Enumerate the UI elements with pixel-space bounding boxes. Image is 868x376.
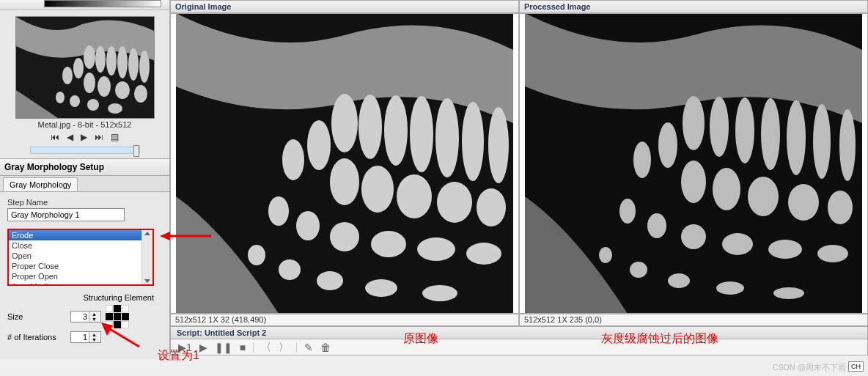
- svg-point-41: [365, 279, 397, 297]
- top-toolbar: [0, 0, 169, 10]
- svg-point-35: [371, 231, 406, 257]
- prev-button[interactable]: ◀: [67, 132, 73, 142]
- processed-image-header: Processed Image: [519, 0, 868, 13]
- svg-point-13: [56, 92, 65, 103]
- list-item-close[interactable]: Close: [9, 240, 152, 251]
- svg-point-51: [658, 122, 677, 168]
- size-spinner[interactable]: ▲▼: [70, 311, 101, 322]
- form-area: Step Name Erode Close Open Proper Close …: [0, 192, 169, 349]
- prev-step-button[interactable]: 〈: [261, 341, 271, 354]
- list-item-auto-median[interactable]: Auto Median: [9, 281, 152, 286]
- svg-point-52: [633, 141, 651, 178]
- svg-point-9: [84, 73, 95, 93]
- step-name-input[interactable]: [7, 208, 125, 221]
- svg-point-21: [410, 96, 433, 172]
- svg-point-23: [462, 102, 484, 181]
- svg-point-24: [488, 107, 509, 183]
- svg-point-36: [417, 237, 455, 261]
- svg-point-48: [787, 100, 806, 175]
- playback-controls: ⏮ ◀ ▶ ⏭ ▤: [15, 132, 155, 142]
- svg-point-19: [358, 95, 382, 159]
- lut-gradient[interactable]: [44, 0, 161, 7]
- thumbnail-caption: Metal.jpg - 8-bit - 512x512: [15, 120, 155, 129]
- first-button[interactable]: ⏮: [51, 132, 59, 142]
- iter-down[interactable]: ▼: [89, 337, 99, 342]
- svg-point-57: [828, 191, 853, 224]
- svg-point-7: [73, 58, 84, 78]
- svg-point-18: [331, 94, 358, 152]
- tab-row: Gray Morphology: [0, 176, 169, 192]
- svg-point-14: [70, 95, 80, 107]
- svg-point-11: [115, 81, 130, 99]
- svg-point-50: [839, 109, 856, 181]
- svg-point-64: [599, 247, 612, 263]
- svg-point-28: [361, 166, 394, 213]
- next-step-button[interactable]: 〉: [279, 341, 289, 354]
- svg-point-12: [134, 85, 147, 103]
- size-label: Size: [7, 312, 66, 321]
- play-button[interactable]: ▶: [81, 132, 87, 142]
- setup-title: Gray Morphology Setup: [0, 158, 169, 176]
- svg-point-65: [630, 262, 647, 278]
- svg-point-4: [117, 46, 128, 78]
- pause-button[interactable]: ❚❚: [215, 342, 232, 353]
- svg-point-66: [668, 273, 690, 288]
- list-item-proper-open[interactable]: Proper Open: [9, 271, 152, 281]
- svg-point-26: [282, 139, 304, 180]
- struct-element-label: Structuring Element: [7, 293, 154, 302]
- svg-point-8: [62, 67, 73, 84]
- svg-point-22: [435, 98, 459, 177]
- list-item-open[interactable]: Open: [9, 251, 152, 261]
- run-once-button[interactable]: ▶1: [178, 342, 192, 353]
- svg-point-2: [95, 46, 106, 73]
- tab-gray-morphology[interactable]: Gray Morphology: [3, 177, 78, 191]
- slider-thumb[interactable]: [133, 145, 139, 157]
- svg-point-32: [268, 196, 289, 226]
- original-image-header: Original Image: [170, 0, 519, 13]
- svg-point-1: [84, 45, 95, 69]
- svg-point-34: [330, 222, 359, 251]
- processed-image-view[interactable]: [519, 13, 868, 314]
- svg-point-16: [108, 103, 122, 114]
- original-image-view[interactable]: [170, 13, 519, 314]
- svg-point-46: [735, 97, 754, 163]
- iter-up[interactable]: ▲: [89, 332, 99, 337]
- watermark: CSDN @周末不下雨: [773, 362, 846, 373]
- svg-point-38: [248, 245, 265, 265]
- delete-button[interactable]: 🗑: [320, 342, 331, 353]
- stop-button[interactable]: ■: [240, 342, 246, 353]
- struct-element-grid[interactable]: [106, 305, 129, 328]
- svg-point-56: [788, 184, 819, 221]
- iterations-input[interactable]: [71, 332, 89, 342]
- svg-point-20: [384, 95, 408, 166]
- svg-point-39: [279, 259, 301, 280]
- svg-point-68: [773, 287, 804, 299]
- iterations-spinner[interactable]: ▲▼: [70, 331, 101, 343]
- last-button[interactable]: ⏭: [95, 132, 103, 142]
- step-name-label: Step Name: [7, 198, 162, 207]
- size-up[interactable]: ▲: [89, 312, 99, 317]
- svg-point-62: [768, 240, 802, 259]
- frame-slider[interactable]: [30, 147, 140, 154]
- svg-point-54: [713, 168, 740, 210]
- list-item-proper-close[interactable]: Proper Close: [9, 261, 152, 271]
- svg-point-37: [466, 243, 501, 265]
- main-area: Original Image Processed Image: [170, 0, 868, 326]
- list-item-erode[interactable]: Erode: [9, 230, 152, 240]
- svg-point-67: [716, 281, 744, 295]
- run-button[interactable]: ▶: [199, 342, 207, 353]
- playlist-icon[interactable]: ▤: [111, 132, 119, 142]
- svg-point-58: [619, 199, 636, 224]
- size-down[interactable]: ▼: [89, 317, 99, 322]
- svg-point-27: [330, 158, 359, 205]
- size-input[interactable]: [71, 312, 89, 322]
- operation-listbox[interactable]: Erode Close Open Proper Close Proper Ope…: [7, 229, 154, 286]
- edit-button[interactable]: ✎: [304, 342, 313, 353]
- svg-point-6: [139, 51, 150, 83]
- thumbnail-image[interactable]: [15, 16, 155, 119]
- svg-point-10: [98, 76, 111, 97]
- svg-point-47: [761, 98, 780, 170]
- svg-point-63: [817, 245, 848, 262]
- svg-point-40: [317, 271, 343, 290]
- listbox-scrollbar[interactable]: [141, 230, 152, 284]
